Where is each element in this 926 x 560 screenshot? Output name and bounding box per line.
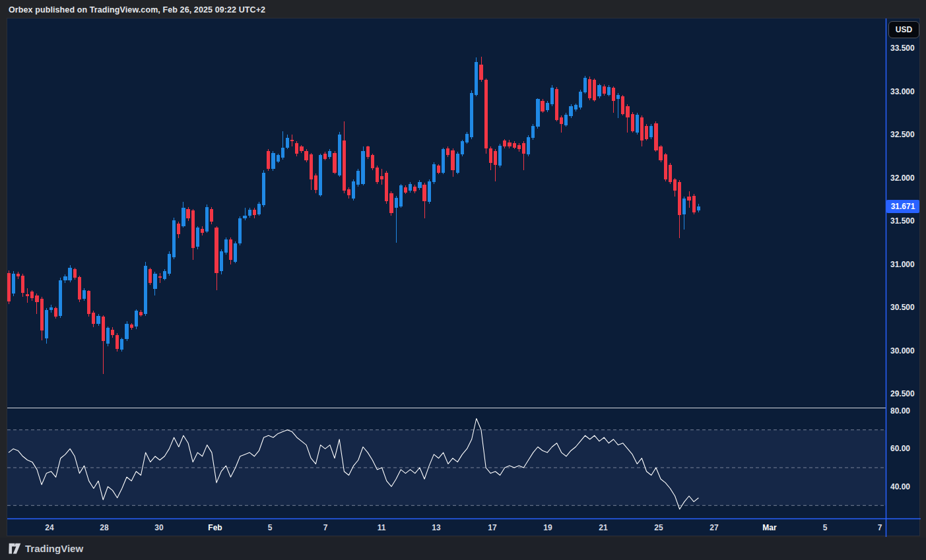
candle-body [654, 123, 657, 150]
candle-body [484, 80, 488, 148]
candle-body [616, 95, 620, 100]
candle-body [17, 274, 20, 276]
time-tick-label: 21 [589, 522, 618, 533]
candle-body [347, 189, 350, 195]
main-chart[interactable] [7, 18, 921, 537]
candle-body [574, 105, 578, 109]
candle-body [404, 187, 407, 193]
candle-body [116, 335, 119, 349]
candle-body [26, 294, 29, 296]
candle-body [163, 271, 166, 279]
candle-body [418, 182, 421, 188]
candle-body [422, 185, 426, 201]
footer-brand-text[interactable]: TradingView [25, 542, 83, 555]
candle-body [498, 146, 502, 166]
candle-body [659, 146, 662, 160]
candle-body [343, 140, 346, 191]
candle-body [215, 228, 218, 272]
price-tick-label: 31.000 [890, 259, 915, 270]
candle-body [527, 137, 530, 154]
time-axis[interactable]: 242830Feb5711131719212527Mar57 [7, 519, 886, 537]
candle-body [73, 269, 77, 278]
candle-body [144, 266, 147, 314]
candle-body [678, 182, 681, 215]
candle-body [579, 92, 582, 108]
candle-body [649, 126, 653, 137]
candle-body [7, 273, 11, 301]
candle-body [158, 276, 162, 278]
price-tick-label: 32.500 [890, 129, 915, 140]
rsi-tick-label: 80.00 [890, 406, 910, 416]
price-tick-label: 33.500 [890, 43, 915, 53]
candle-body [437, 166, 440, 172]
time-tick-label: 24 [35, 522, 64, 533]
candle-body [541, 101, 544, 111]
tradingview-logo-icon[interactable] [9, 543, 21, 555]
candle-body [224, 239, 228, 253]
candle-body [517, 145, 521, 150]
candle-body [621, 96, 624, 113]
candle-body [361, 151, 364, 184]
candle-body [295, 143, 298, 154]
chart-widget: 33.50033.00032.50032.00031.50031.00030.5… [7, 18, 920, 536]
candle-body [314, 175, 317, 190]
candle-body [366, 146, 370, 157]
candle-body [310, 154, 313, 179]
time-tick-label: 19 [533, 522, 562, 533]
candle-body [470, 93, 473, 137]
candle-body [63, 276, 67, 281]
candle-body [489, 148, 492, 163]
candle-body [352, 181, 355, 199]
candle-body [106, 328, 110, 344]
candle-body [125, 324, 128, 340]
candle-body [687, 197, 690, 200]
candle-body [409, 184, 412, 191]
candle-body [54, 308, 57, 317]
candle-body [380, 176, 383, 179]
candle-body [68, 268, 71, 281]
candle-body [111, 330, 114, 335]
candle-body [262, 173, 265, 206]
candle-body [692, 196, 696, 212]
candle-body [479, 65, 482, 80]
candle-body [446, 148, 449, 155]
price-tick-label: 32.000 [890, 173, 915, 183]
price-tick-label: 29.500 [890, 389, 915, 399]
footer-bar: TradingView [0, 538, 926, 560]
time-tick-label: 13 [422, 522, 451, 533]
candle-body [267, 151, 270, 170]
candle-body [205, 207, 209, 232]
candle-body [243, 216, 246, 218]
candle-body [286, 138, 289, 147]
candle-body [139, 312, 143, 315]
price-tick-label: 33.000 [890, 86, 915, 97]
candle-body [413, 187, 416, 192]
candle-body [234, 243, 237, 262]
candle-body [395, 198, 398, 208]
currency-unit-button[interactable]: USD [888, 21, 919, 38]
candle-body [550, 88, 554, 104]
candle-body [513, 143, 516, 148]
time-tick-month-label: Feb [201, 522, 230, 533]
candle-body [177, 224, 180, 234]
candle-body [168, 254, 171, 274]
candle-body [182, 208, 185, 226]
rsi-tick-label: 40.00 [890, 482, 910, 492]
time-tick-label: 11 [367, 522, 396, 533]
time-tick-label: 30 [145, 522, 174, 533]
price-axis[interactable]: 33.50033.00032.50032.00031.50031.00030.5… [886, 18, 921, 518]
candle-body [300, 146, 303, 151]
candle-body [546, 103, 549, 111]
candle-body [271, 153, 275, 170]
candle-body [376, 168, 379, 182]
candle-body [35, 296, 38, 302]
time-tick-label: 27 [700, 522, 729, 533]
candle-body [494, 151, 497, 165]
candle-body [83, 290, 86, 299]
candle-body [238, 218, 242, 243]
candle-body [304, 151, 308, 160]
candle-body [555, 89, 558, 120]
candle-body [201, 229, 204, 233]
candle-body [669, 165, 672, 182]
candle-body [356, 171, 360, 185]
